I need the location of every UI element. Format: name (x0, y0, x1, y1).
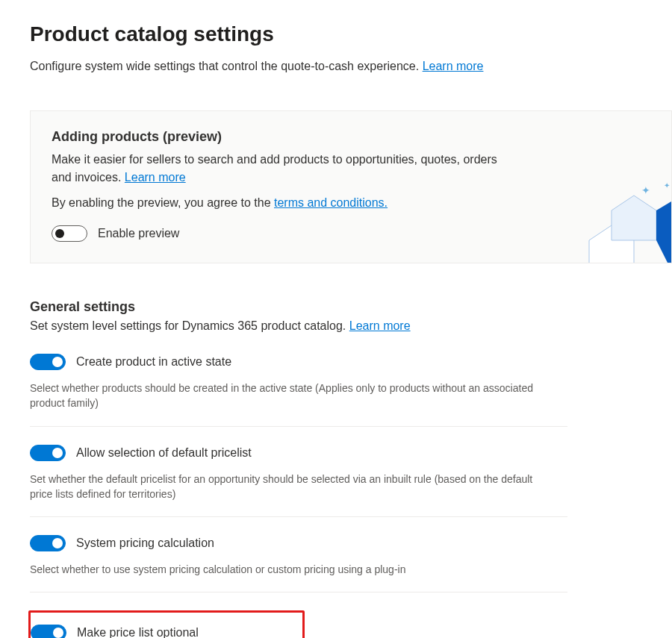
page-title: Product catalog settings (30, 22, 672, 46)
setting-default-pricelist: Allow selection of default pricelist Set… (30, 445, 567, 518)
adding-products-learn-more-link[interactable]: Learn more (125, 171, 186, 184)
adding-products-card: Adding products (preview) Make it easier… (30, 110, 672, 263)
page-learn-more-link[interactable]: Learn more (423, 60, 484, 72)
default-pricelist-label: Allow selection of default pricelist (76, 446, 252, 460)
general-learn-more-link[interactable]: Learn more (349, 319, 411, 332)
create-active-state-desc: Select whether products should be create… (30, 381, 553, 411)
enable-preview-toggle[interactable] (52, 225, 87, 242)
setting-row: System pricing calculation (30, 535, 567, 551)
setting-row: Create product in active state (30, 354, 567, 370)
terms-and-conditions-link[interactable]: terms and conditions. (274, 196, 388, 209)
highlighted-setting-box: Make price list optional Allow line item… (28, 610, 305, 638)
general-settings-subtitle-text: Set system level settings for Dynamics 3… (30, 319, 346, 332)
enable-preview-row: Enable preview (52, 225, 650, 242)
enable-preview-label: Enable preview (98, 227, 179, 240)
svg-text:✦: ✦ (641, 184, 650, 196)
create-active-state-toggle[interactable] (30, 354, 66, 370)
setting-row: Allow selection of default pricelist (30, 445, 567, 461)
svg-marker-2 (656, 201, 671, 263)
page-subtitle: Configure system wide settings that cont… (30, 60, 672, 73)
adding-products-line1-text: Make it easier for sellers to search and… (52, 153, 497, 184)
system-pricing-label: System pricing calculation (76, 537, 214, 550)
adding-products-line1: Make it easier for sellers to search and… (52, 151, 514, 187)
general-settings-title: General settings (30, 299, 672, 315)
price-list-optional-toggle[interactable] (31, 625, 66, 638)
adding-products-title: Adding products (preview) (52, 129, 650, 145)
setting-row: Make price list optional (31, 625, 292, 638)
default-pricelist-desc: Set whether the default pricelist for an… (30, 472, 553, 502)
system-pricing-desc: Select whether to use system pricing cal… (30, 562, 553, 577)
create-active-state-label: Create product in active state (76, 355, 231, 369)
svg-text:✦: ✦ (664, 181, 670, 190)
page-subtitle-text: Configure system wide settings that cont… (30, 60, 419, 72)
system-pricing-toggle[interactable] (30, 535, 66, 551)
setting-system-pricing: System pricing calculation Select whethe… (30, 535, 567, 592)
price-list-optional-label: Make price list optional (77, 626, 199, 638)
general-settings-subtitle: Set system level settings for Dynamics 3… (30, 319, 672, 333)
svg-marker-1 (612, 196, 656, 240)
adding-products-line2: By enabling the preview, you agree to th… (52, 194, 514, 212)
adding-products-illustration-icon: ✦ ✦ (574, 181, 672, 263)
default-pricelist-toggle[interactable] (30, 445, 66, 461)
setting-create-active-state: Create product in active state Select wh… (30, 354, 567, 427)
adding-products-line2-prefix: By enabling the preview, you agree to th… (52, 196, 271, 209)
